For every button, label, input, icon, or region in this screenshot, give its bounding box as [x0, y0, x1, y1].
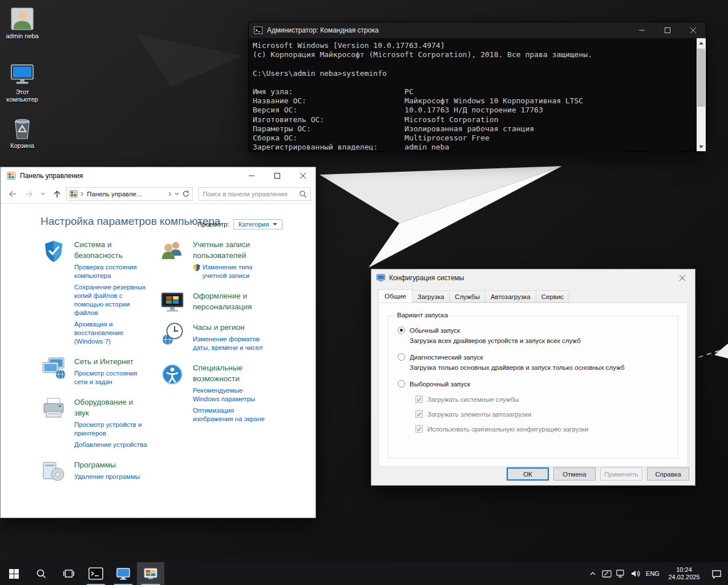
scrollbar-thumb[interactable]: [697, 49, 705, 107]
action-center-button[interactable]: [705, 562, 728, 585]
personalization-icon[interactable]: [160, 291, 184, 314]
tab-general[interactable]: Общие: [378, 289, 412, 302]
ok-button[interactable]: ОК: [507, 467, 549, 481]
back-button[interactable]: [5, 187, 19, 201]
radio-button-icon[interactable]: [398, 353, 405, 361]
desktop-icon-recycle-bin[interactable]: Корзина: [1, 114, 44, 150]
taskbar-control-panel-button[interactable]: [137, 562, 164, 585]
network-internet-icon[interactable]: [42, 356, 66, 380]
category-task-link[interactable]: Архивация и восстановление (Windows 7): [74, 320, 149, 346]
system-security-icon[interactable]: [42, 239, 66, 263]
refresh-icon[interactable]: [182, 190, 189, 197]
category-title[interactable]: Оформление и персонализация: [193, 291, 267, 312]
category-title[interactable]: Сеть и Интернет: [74, 356, 148, 367]
terminal-output[interactable]: Microsoft Windows [Version 10.0.17763.49…: [249, 38, 697, 151]
show-hidden-icons-chevron[interactable]: [585, 562, 600, 585]
uac-shield-icon: [193, 264, 200, 272]
minimize-button[interactable]: [629, 22, 654, 38]
hardware-sound-icon[interactable]: [42, 397, 66, 421]
chevron-down-icon: [273, 223, 277, 225]
radio-diagnostic-startup[interactable]: Диагностический запуск: [398, 353, 670, 361]
category-title[interactable]: Программы: [74, 459, 148, 470]
radio-button-icon[interactable]: [398, 326, 405, 334]
category-task-link[interactable]: Проверка состояния компьютера: [74, 263, 149, 280]
category-task-link[interactable]: Изменение типа учетной записи: [193, 263, 268, 280]
page-title: Настройка параметров компьютера: [41, 215, 220, 228]
view-by-dropdown[interactable]: Категория: [233, 219, 283, 229]
checkbox-icon: [415, 410, 423, 418]
navigation-bar: Панель управле...: [1, 184, 316, 204]
scroll-up-button[interactable]: [697, 38, 706, 47]
minimize-button[interactable]: [238, 167, 264, 184]
radio-selective-startup[interactable]: Выборочный запуск: [398, 380, 670, 388]
system-tray: ENG 10:24 24.02.2025: [585, 562, 728, 585]
scrollbar[interactable]: [697, 38, 706, 151]
control-panel-content: Настройка параметров компьютера Просмотр…: [1, 204, 316, 518]
recent-locations-chevron-icon[interactable]: [39, 187, 48, 201]
category-ease-of-access: Специальные возможности Рекомендуемые Wi…: [160, 362, 268, 426]
clock-region-icon[interactable]: [160, 322, 184, 346]
maximize-button[interactable]: [264, 167, 290, 184]
forward-button[interactable]: [22, 187, 36, 201]
ease-of-access-icon[interactable]: [160, 362, 184, 386]
recycle-bin-icon: [11, 114, 33, 140]
scroll-down-button[interactable]: [697, 142, 706, 151]
category-task-link[interactable]: Изменение форматов даты, времени и чисел: [193, 335, 268, 352]
category-task-link[interactable]: Оптимизация изображения на экране: [193, 406, 268, 423]
help-button[interactable]: Справка: [647, 467, 689, 481]
close-button[interactable]: [669, 269, 695, 287]
radio-button-icon[interactable]: [398, 380, 405, 388]
taskbar-search-button[interactable]: [27, 562, 55, 585]
tab-tools[interactable]: Сервис: [536, 291, 569, 302]
close-button[interactable]: [290, 167, 316, 184]
radio-normal-desc: Загрузка всех драйверов устройств и запу…: [410, 337, 670, 344]
user-accounts-icon[interactable]: [160, 239, 184, 263]
breadcrumb[interactable]: Панель управле...: [87, 191, 165, 197]
close-button[interactable]: [680, 22, 706, 38]
category-appearance-personalization: Оформление и персонализация: [160, 291, 268, 314]
tab-services[interactable]: Службы: [449, 291, 486, 302]
search-input[interactable]: [203, 191, 299, 197]
computer-icon: [10, 63, 35, 87]
start-button[interactable]: [0, 562, 27, 585]
category-task-link[interactable]: Просмотр устройств и принтеров: [74, 421, 149, 438]
address-bar[interactable]: Панель управле...: [66, 187, 193, 201]
category-title[interactable]: Учетные записи пользователей: [193, 239, 267, 261]
tab-startup[interactable]: Автозагрузка: [485, 291, 536, 302]
pen-tablet-icon[interactable]: [600, 562, 614, 585]
maximize-button[interactable]: [654, 22, 680, 38]
category-network-internet: Сеть и Интернет Просмотр состояния сети …: [42, 356, 149, 389]
tab-boot[interactable]: Загрузка: [412, 291, 450, 302]
radio-normal-startup[interactable]: Обычный запуск: [398, 326, 670, 334]
taskbar-clock[interactable]: 10:24 24.02.2025: [663, 566, 705, 581]
category-task-link[interactable]: Добавление устройства: [74, 441, 149, 449]
control-panel-titlebar[interactable]: Панель управления: [1, 167, 316, 184]
search-icon[interactable]: [299, 190, 307, 198]
programs-icon[interactable]: [42, 459, 66, 483]
radio-diagnostic-desc: Загрузка только основных драйверов и зап…: [410, 364, 670, 371]
up-button[interactable]: [50, 187, 64, 201]
address-dropdown-icon[interactable]: [175, 192, 179, 196]
language-indicator[interactable]: ENG: [642, 570, 663, 577]
taskbar-msconfig-button[interactable]: [110, 562, 137, 585]
volume-icon[interactable]: [628, 562, 642, 585]
category-title[interactable]: Специальные возможности: [193, 362, 267, 384]
cmd-titlebar[interactable]: Администратор: Командная строка: [249, 22, 706, 38]
category-task-link[interactable]: Сохранение резервных копий файлов с помо…: [74, 283, 149, 317]
category-task-link[interactable]: Рекомендуемые Windows параметры: [193, 386, 268, 404]
desktop-icon-user-folder[interactable]: admin neba: [1, 7, 44, 40]
network-icon[interactable]: [614, 562, 628, 585]
category-title[interactable]: Часы и регион: [193, 322, 267, 333]
desktop-icon-this-pc[interactable]: Этот компьютер: [1, 63, 44, 103]
category-task-link[interactable]: Удаление программы: [74, 473, 149, 481]
taskbar-cmd-button[interactable]: [82, 562, 110, 585]
category-title[interactable]: Система и безопасность: [74, 239, 148, 261]
system-configuration-window: Конфигурация системы Общие Загрузка Служ…: [371, 269, 695, 486]
cancel-button[interactable]: Отмена: [553, 467, 596, 481]
category-title[interactable]: Оборудование и звук: [74, 397, 148, 418]
task-view-button[interactable]: [55, 562, 82, 585]
control-panel-window: Панель управления: [0, 167, 316, 518]
msconfig-titlebar[interactable]: Конфигурация системы: [371, 269, 695, 287]
category-task-link[interactable]: Просмотр состояния сети и задач: [74, 369, 149, 386]
category-hardware-sound: Оборудование и звук Просмотр устройств и…: [42, 397, 149, 452]
